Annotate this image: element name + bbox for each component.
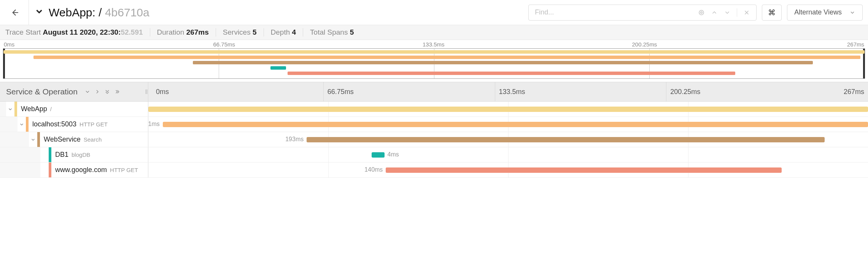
collapse-one-button[interactable] [104,89,110,95]
column-resize-handle[interactable] [145,82,148,101]
indent-guide [0,102,6,116]
chevron-down-icon [84,89,91,95]
back-button[interactable] [0,0,29,25]
span-bar[interactable] [386,167,782,173]
timeline-tick: 0ms [152,82,323,101]
timeline-tick: 133.5ms [495,82,666,101]
meta-services: Services 5 [223,28,257,37]
span-service: WebApp [21,105,47,113]
close-icon [743,9,750,16]
span-service: localhost:5003 [32,120,76,128]
service-color-chip [14,102,17,116]
minimap-span [270,66,286,70]
crosshair-icon [698,9,705,16]
indent-guide [0,163,40,177]
timeline-tick: 267ms [838,82,864,101]
divider [216,28,216,37]
meta-depth: Depth 4 [271,28,296,37]
collapse-all-button[interactable] [84,89,91,95]
meta-trace-start: Trace Start August 11 2020, 22:30:52.591 [5,28,143,37]
indent-guide [0,147,40,162]
expand-all-button[interactable] [94,89,100,95]
span-row[interactable]: WebServiceSearch193ms [0,132,868,147]
service-color-chip [37,132,40,147]
minimap-span [288,72,735,75]
span-duration-label: 1ms [148,121,160,128]
chevron-down-icon [724,9,731,16]
double-chevron-right-icon [114,89,120,95]
minimap-canvas[interactable] [3,48,865,79]
chevron-down-icon [8,107,13,112]
keyboard-shortcuts-button[interactable]: ⌘ [762,5,782,21]
minimap-tick: 133.5ms [423,41,632,48]
timeline-tick: 200.25ms [666,82,838,101]
chevron-down-icon [30,137,36,142]
expand-one-button[interactable] [114,89,120,95]
span-duration-label: 193ms [285,136,304,143]
service-color-chip [49,147,51,162]
gridline [688,147,688,162]
service-color-chip [26,117,29,132]
minimap-span [3,50,865,54]
title-service: WebApp: / [49,6,102,19]
divider [737,8,737,17]
trace-title: WebApp: / 4b6710a [34,6,149,19]
chevron-down-icon [849,10,855,16]
span-bar[interactable] [163,122,868,127]
meta-total-spans: Total Spans 5 [310,28,354,37]
collapse-title-button[interactable] [34,6,44,19]
search-clear-button[interactable] [743,9,750,16]
row-toggle[interactable] [17,122,26,127]
minimap-tick: 0ms [4,41,213,48]
locate-button[interactable] [698,9,705,16]
gridline [328,147,329,162]
span-bar[interactable] [307,137,825,142]
title-trace-id: 4b6710a [105,6,149,19]
arrow-left-icon [10,8,19,18]
chevron-right-icon [94,89,100,95]
row-toggle[interactable] [6,107,14,112]
command-icon: ⌘ [768,8,776,17]
indent-guide [0,117,17,132]
span-bar[interactable] [148,107,868,112]
span-operation: Search [84,136,102,143]
search-input[interactable] [529,8,692,16]
timeline-header: Service & Operation 0ms66.75ms133.5ms200… [0,82,868,102]
search-prev-button[interactable] [711,9,718,16]
svg-point-0 [701,11,703,13]
minimap-tick: 200.25ms [632,41,842,48]
span-operation: blogDB [72,151,90,158]
span-operation: HTTP GET [110,167,138,173]
gridline [508,147,509,162]
span-operation: / [50,106,52,112]
double-chevron-down-icon [104,89,110,95]
divider [264,28,264,37]
row-toggle[interactable] [29,137,37,142]
minimap-span [193,61,813,64]
span-row[interactable]: WebApp/ [0,102,868,117]
divider [150,28,150,37]
span-service: WebService [44,136,81,143]
divider [303,28,303,37]
minimap-tick: 267ms [841,41,864,48]
span-row[interactable]: DB1blogDB4ms [0,147,868,163]
chevron-down-icon [34,6,44,16]
search-container [528,5,757,21]
span-duration-label: 4ms [388,151,399,158]
minimap: 0ms66.75ms133.5ms200.25ms267ms [0,40,868,79]
minimap-span [33,56,860,59]
service-color-chip [49,163,51,177]
chevron-up-icon [711,9,718,16]
span-duration-label: 140ms [364,166,383,173]
minimap-tick: 66.75ms [213,41,423,48]
span-row[interactable]: localhost:5003HTTP GET1ms [0,117,868,132]
svg-point-1 [699,10,704,15]
indent-guide [0,132,29,147]
alternate-views-button[interactable]: Alternate Views [787,5,863,21]
gridline [328,163,329,177]
search-next-button[interactable] [724,9,731,16]
meta-duration: Duration 267ms [157,28,209,37]
span-bar[interactable] [372,152,385,158]
span-row[interactable]: www.google.comHTTP GET140ms [0,163,868,178]
trace-meta-bar: Trace Start August 11 2020, 22:30:52.591… [0,25,868,40]
